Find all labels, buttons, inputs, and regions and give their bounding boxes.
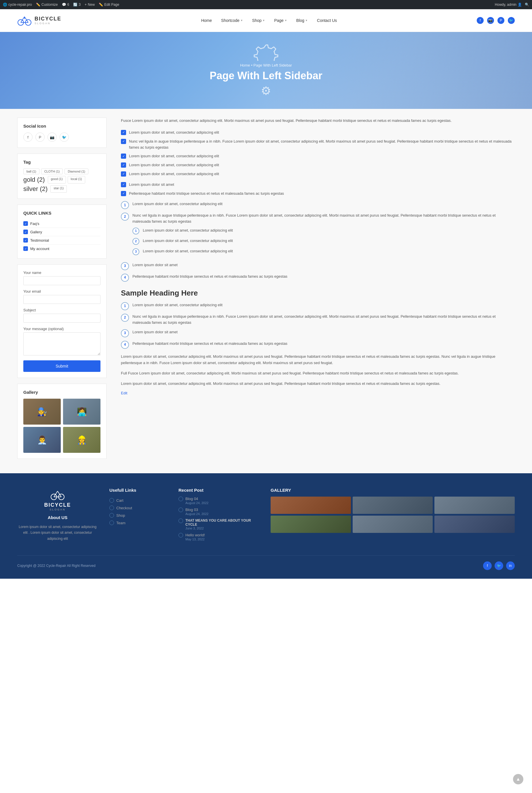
tag-cloth[interactable]: CLOTH (1) [41, 168, 63, 174]
hero-gear-bottom-icon: ⚙ [210, 84, 322, 97]
nav-page[interactable]: Page ▼ [271, 16, 290, 24]
gallery-image-4[interactable]: 👷 [63, 427, 100, 453]
footer-useful-links: Usefull Links Cart Checkout Shop Team [109, 488, 167, 544]
sidebar-facebook-icon[interactable]: f [23, 132, 33, 142]
form-name-input[interactable] [23, 276, 100, 285]
main-navigation: Home Shortcode ▼ Shop ▼ Page ▼ Blog ▼ Co… [198, 16, 341, 24]
recent-post-2-link[interactable]: Blog 03 [178, 508, 259, 512]
sidebar-twitter-icon[interactable]: 🐦 [60, 132, 69, 142]
tag-star[interactable]: star (1) [50, 185, 67, 193]
numbered-list-1: 1 Lorem ipsum dolor sit amet, consectetu… [121, 201, 515, 282]
footer-link-checkout[interactable]: Checkout [109, 504, 167, 512]
gear-top-svg [249, 43, 283, 61]
num2-badge-4: 4 [121, 341, 129, 349]
footer-link-shop[interactable]: Shop [109, 512, 167, 519]
adminbar-customize-label: Customize [41, 3, 58, 7]
adminbar-howdy[interactable]: Howdy, admin 👤 [495, 3, 522, 7]
gallery-image-2[interactable]: 👩‍💻 [63, 399, 100, 425]
sidebar-pinterest-icon[interactable]: P [35, 132, 45, 142]
nav-contact[interactable]: Contact Us [314, 16, 340, 24]
form-message-textarea[interactable] [23, 332, 100, 355]
footer-gallery-img-3[interactable] [434, 497, 515, 514]
adminbar-updates[interactable]: 🔄 3 [73, 3, 81, 7]
tag-gold[interactable]: gold (2) [23, 176, 46, 184]
form-subject-input[interactable] [23, 314, 100, 322]
footer-link-team[interactable]: Team [109, 519, 167, 527]
quick-links-title: QUICK LINKS [23, 210, 100, 216]
footer-gallery-img-2[interactable] [353, 497, 433, 514]
header-twitter-icon[interactable]: 🐦 [508, 17, 515, 24]
form-message-label: Your message (optional) [23, 327, 100, 331]
num2-badge-3: 3 [121, 329, 129, 337]
recent-post-4-link[interactable]: Hello world! [178, 533, 259, 537]
form-email-input[interactable] [23, 295, 100, 304]
adminbar-site[interactable]: 🌐 cycle-repair.pro [3, 3, 32, 7]
quick-link-testimonial-label: Testimonial [30, 238, 49, 242]
footer-gallery-img-4[interactable] [271, 516, 351, 533]
footer-linkedin-icon[interactable]: in [506, 561, 515, 570]
gallery-image-1[interactable]: 👨‍🔧 [23, 399, 61, 425]
footer-link-cart[interactable]: Cart [109, 497, 167, 504]
footer-gallery-img-5[interactable] [353, 516, 433, 533]
checkbox-3: ✓ [121, 153, 126, 159]
num2-badge-1: 1 [121, 302, 129, 310]
header-pinterest-icon[interactable]: P [497, 17, 505, 24]
recent-post-4: Hello world! May 13, 2022 [178, 533, 259, 541]
shortcode-dropdown-arrow: ▼ [240, 19, 243, 22]
header-facebook-icon[interactable]: f [477, 17, 483, 24]
quick-link-gallery[interactable]: ✓ Gallery [23, 228, 100, 236]
footer-gallery-img-6[interactable] [434, 516, 515, 533]
footer-logo-slogan: SLOGAN [50, 508, 65, 511]
post-date-3: June 3, 2022 [185, 527, 259, 530]
quick-link-myaccount[interactable]: ✓ My account [23, 244, 100, 253]
sidebar-instagram-icon[interactable]: 📷 [48, 132, 57, 142]
adminbar-edit-page[interactable]: ✏️ Edit Page [99, 3, 119, 7]
edit-link[interactable]: Edit [121, 391, 127, 395]
footer-twitter-icon[interactable]: 🐦 [495, 561, 503, 570]
tag-good[interactable]: good (1) [48, 176, 66, 184]
footer-link-shop-label: Shop [116, 513, 125, 518]
tag-local[interactable]: local (1) [68, 176, 85, 184]
quick-link-testimonial[interactable]: ✓ Testimonial [23, 236, 100, 244]
recent-post-3: THAT MEANS YOU CARE ABOUT YOUR CYCLE Jun… [178, 518, 259, 530]
nav-blog[interactable]: Blog ▼ [293, 16, 311, 24]
adminbar-comments[interactable]: 💬 6 [62, 3, 69, 7]
form-name-label: Your name [23, 271, 100, 275]
footer-facebook-icon[interactable]: f [483, 561, 492, 570]
gallery-image-3[interactable]: 👨‍💼 [23, 427, 61, 453]
contact-form-widget: Your name Your email Subject Your messag… [17, 264, 107, 378]
nav-home[interactable]: Home [198, 16, 215, 24]
nav-shortcode[interactable]: Shortcode ▼ [217, 16, 246, 24]
adminbar-search-icon[interactable]: 🔍 [525, 3, 529, 7]
adminbar-new[interactable]: + New [84, 3, 95, 7]
adminbar-customize[interactable]: ✏️ Customize [36, 3, 58, 7]
recent-post-3-link[interactable]: THAT MEANS YOU CARE ABOUT YOUR CYCLE [178, 518, 259, 527]
site-footer: BICYCLE SLOGAN About US Lorem ipsum dolo… [0, 473, 532, 579]
quick-link-gallery-label: Gallery [30, 230, 42, 234]
tag-diamond[interactable]: Diamond (1) [64, 168, 88, 174]
recent-post-1-link[interactable]: Blog 04 [178, 497, 259, 501]
quick-link-faqs[interactable]: ✓ Faq's [23, 220, 100, 228]
tag-ball[interactable]: ball (1) [23, 168, 39, 174]
post-icon-2 [178, 508, 183, 512]
nav-shop[interactable]: Shop ▼ [249, 16, 269, 24]
page-dropdown-arrow: ▼ [284, 19, 287, 22]
content-intro: Fusce Lorem ipsum dolor sit amet, consec… [121, 117, 515, 124]
header-instagram-icon[interactable]: 📷 [487, 17, 494, 24]
footer-recent-posts-title: Recent Post [178, 488, 259, 493]
footer-grid: BICYCLE SLOGAN About US Lorem ipsum dolo… [17, 488, 515, 544]
main-container: Social Icon f P 📷 🐦 Tag ball (1) CLOTH (… [0, 109, 532, 473]
footer-logo: BICYCLE SLOGAN [17, 488, 98, 511]
site-logo[interactable]: BICYCLE SLOGAN [17, 13, 61, 27]
footer-link-checkout-label: Checkout [116, 506, 132, 510]
tag-silver[interactable]: silver (2) [23, 185, 49, 193]
footer-gallery-img-1[interactable] [271, 497, 351, 514]
footer-useful-links-title: Usefull Links [109, 488, 167, 493]
check-icon-myaccount: ✓ [23, 246, 28, 251]
post-title-4: Hello world! [185, 533, 205, 537]
section-heading: Sample Heading Here [121, 289, 515, 298]
tag-widget: Tag ball (1) CLOTH (1) Diamond (1) gold … [17, 153, 107, 199]
form-submit-button[interactable]: Submit [23, 361, 100, 372]
quick-link-faqs-label: Faq's [30, 222, 39, 226]
checklist-1: ✓ Lorem ipsum dolor sit amet, consectetu… [121, 130, 515, 177]
